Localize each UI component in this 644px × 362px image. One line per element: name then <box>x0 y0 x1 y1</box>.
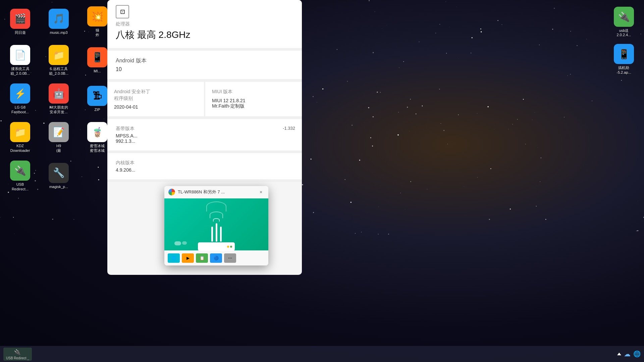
kernel-section: 内核版本 4.9.206... <box>107 153 302 182</box>
popup-title: TL-WR886N 和另外 7 ... <box>178 189 258 195</box>
kernel-value: 4.9.206... <box>116 167 293 173</box>
icon-tongriji[interactable]: 🎬 同日葵 <box>3 3 37 40</box>
icon-img-remote: 📁 <box>49 45 69 65</box>
icon-label-usb-send: usb送2.0.2.4... <box>617 28 631 37</box>
miui-card: MIUI 版本 MIUI 12 21.8.21Mr.Faith-定制版 <box>205 82 302 116</box>
processor-value: 八核 最高 2.8GHz <box>116 28 293 41</box>
icon-dapenyou[interactable]: 🤖 IM大朋友的安卓开发... <box>42 80 75 117</box>
android-version-section: Android 版本 10 <box>107 51 302 82</box>
kernel-label: 内核版本 <box>116 160 293 166</box>
android-version-value: 10 <box>116 66 293 72</box>
two-col-section: Android 安全补丁程序级别 2020-04-01 MIUI 版本 MIUI… <box>107 82 302 119</box>
usb-redirect-icon: 🔌 <box>13 348 21 356</box>
icon-system-tools[interactable]: 📄 搂系统工具箱_2.0.0B... <box>3 42 37 79</box>
taskbar-left: 🔌 USB Redirect _ <box>3 348 32 361</box>
icon-img-cat: 💥 <box>87 6 107 26</box>
antennas <box>211 223 222 242</box>
security-patch-label: Android 安全补丁程序级别 <box>114 88 197 102</box>
icon-label-kdz: KDZDownloader <box>10 144 30 153</box>
chrome-icon <box>168 189 175 195</box>
icon-label-remote: 6.远程工具箱_2.0.0B... <box>49 67 68 75</box>
icon-img-bingcheng: 🧋 <box>87 122 107 142</box>
miui-label: MIUI 版本 <box>212 88 295 95</box>
status-area: ☁ 🌐 <box>617 350 641 358</box>
icon-usb-send[interactable]: 🔌 usb送2.0.2.4... <box>607 7 641 37</box>
tab-icon-0[interactable]: 🌐 <box>168 253 180 263</box>
icon-img-capture: 📱 <box>614 44 634 64</box>
icon-capture[interactable]: 📱 搞机助-5.2.ap... <box>607 44 641 74</box>
tab-icon-2[interactable]: 📋 <box>196 253 208 263</box>
icon-img-usb-send: 🔌 <box>614 7 634 27</box>
android-version-label: Android 版本 <box>116 57 293 64</box>
tab-icon-3[interactable]: 🔵 <box>210 253 222 263</box>
security-patch-value: 2020-04-01 <box>114 104 197 110</box>
icon-img-mi: 📱 <box>87 47 107 67</box>
baseband-extra: -1.332 <box>283 126 295 131</box>
baseband-value: MPSS.A...992.1.3... <box>116 133 293 144</box>
icon-label-system: 搂系统工具箱_2.0.0B... <box>10 67 30 75</box>
icon-label-mi: MI... <box>94 69 101 73</box>
network-icon[interactable]: 🌐 <box>633 350 641 358</box>
icon-remote-tools[interactable]: 📁 6.远程工具箱_2.0.0B... <box>42 42 75 79</box>
popup-close-button[interactable]: × <box>258 189 264 195</box>
icon-h9[interactable]: 📝 H9(最 <box>42 119 75 156</box>
popup-preview[interactable] <box>164 198 268 250</box>
security-patch-card: Android 安全补丁程序级别 2020-04-01 <box>107 82 204 116</box>
icon-img-music: 🎵 <box>49 9 69 29</box>
icon-label-magisk: magisk_p... <box>49 185 68 189</box>
tab-icon-4[interactable]: ⋯ <box>224 253 236 263</box>
popup-header: TL-WR886N 和另外 7 ... × <box>164 186 268 198</box>
router-illustration <box>198 201 235 251</box>
cloud-icon[interactable]: ☁ <box>624 350 631 358</box>
icon-label-zip: ZIP <box>94 108 100 112</box>
cloud-decoration <box>174 241 187 245</box>
icon-lg-g8[interactable]: ⚡ LG G8Fastboot... <box>3 80 37 117</box>
chevron-up-icon[interactable] <box>617 353 621 355</box>
icon-img-usb: 🔌 <box>10 161 30 181</box>
icon-img-dapenyou: 🤖 <box>49 83 69 104</box>
processor-label: 处理器 <box>116 21 293 27</box>
icon-label-usb: USBRedirect... <box>12 182 29 191</box>
icon-img-kdz: 📁 <box>10 122 30 142</box>
icon-label-dapenyou: IM大朋友的安卓开发... <box>49 105 68 114</box>
icon-music-mp3[interactable]: 🎵 music.mp3 <box>42 3 75 40</box>
icon-label-tongriji: 同日葵 <box>15 31 26 35</box>
signal-waves <box>206 201 226 222</box>
icon-magisk[interactable]: 🔧 magisk_p... <box>42 158 75 194</box>
icon-label-capture: 搞机助-5.2.ap... <box>616 66 631 74</box>
browser-popup: TL-WR886N 和另外 7 ... × <box>164 186 268 265</box>
miui-value: MIUI 12 21.8.21Mr.Faith-定制版 <box>212 98 295 109</box>
icon-img-system: 📄 <box>10 45 30 65</box>
popup-tabs: 🌐 ▶ 📋 🔵 ⋯ <box>164 250 268 265</box>
icon-label-cat: 猫炸 <box>96 28 99 37</box>
icon-img-lg: ⚡ <box>10 83 30 104</box>
desktop-icons-right: 🔌 usb送2.0.2.4... 📱 搞机助-5.2.ap... <box>604 0 644 362</box>
baseband-section: 基带版本 MPSS.A...992.1.3... -1.332 <box>107 119 302 153</box>
usb-redirect-label: USB Redirect _ <box>6 356 29 360</box>
tab-icon-1[interactable]: ▶ <box>182 253 194 263</box>
icon-label-h9: H9(最 <box>56 144 61 153</box>
desktop-icons-left: 🎬 同日葵 🎵 music.mp3 💥 猫炸 📄 搂系统工具箱_2.0.0B..… <box>0 0 114 362</box>
taskbar-usb-redirect[interactable]: 🔌 USB Redirect _ <box>3 348 32 361</box>
icon-img-tongriji: 🎬 <box>10 9 30 29</box>
icon-usb-redirect[interactable]: 🔌 USBRedirect... <box>3 158 37 194</box>
icon-label-music: music.mp3 <box>50 31 67 35</box>
taskbar-right: ☁ 🌐 <box>617 350 641 358</box>
icon-img-h9: 📝 <box>49 122 69 142</box>
taskbar: 🔌 USB Redirect _ ☁ 🌐 <box>0 346 644 362</box>
icon-label-bingcheng: 蜜雪冰城蜜雪冰城 <box>90 144 105 153</box>
icon-img-magisk: 🔧 <box>49 163 69 183</box>
processor-icon: ⊡ <box>116 5 129 18</box>
icon-label-lg: LG G8Fastboot... <box>11 105 29 114</box>
icon-kdz[interactable]: 📁 KDZDownloader <box>3 119 37 156</box>
processor-section: ⊡ 处理器 八核 最高 2.8GHz <box>107 0 302 51</box>
baseband-label: 基带版本 <box>116 126 293 132</box>
router-body <box>198 242 235 251</box>
icon-img-zip: 🗜 <box>87 86 107 106</box>
